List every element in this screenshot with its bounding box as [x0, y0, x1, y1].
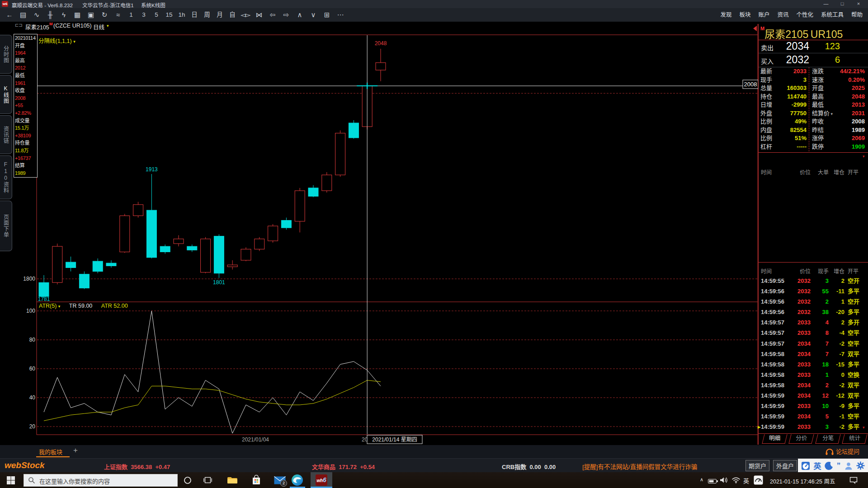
- toolbar-icon-refresh[interactable]: ↻: [98, 8, 111, 22]
- symbol-name[interactable]: 尿素2105: [25, 23, 49, 31]
- tick-row[interactable]: 14:59:56203221空开: [759, 296, 868, 307]
- toolbar-period-自[interactable]: 自: [226, 8, 239, 22]
- tick-row[interactable]: 14:59:57203342多开: [759, 317, 868, 328]
- toolbar-icon-report[interactable]: ▤: [16, 8, 30, 22]
- minimize-button[interactable]: —: [819, 0, 833, 8]
- chart-canvas[interactable]: 180010080604020178119131801204820082021/…: [0, 0, 868, 488]
- menu-item-系统工具[interactable]: 系统工具: [821, 8, 844, 22]
- battery-icon[interactable]: [708, 478, 718, 486]
- toolbar-period-月[interactable]: 月: [213, 8, 226, 22]
- toolbar-icon-compress[interactable]: ◅▻: [239, 8, 252, 22]
- toolbar-period-3[interactable]: 3: [137, 8, 150, 22]
- toolbar-icon-save[interactable]: ▣: [84, 8, 98, 22]
- tray-expand-chevron-icon[interactable]: ∧: [700, 477, 703, 483]
- toolbar-icon-indicator[interactable]: ≈: [111, 8, 125, 22]
- menu-item-帮助[interactable]: 帮助: [851, 8, 863, 22]
- wh6-tray-icon[interactable]: [754, 475, 763, 487]
- add-board-button[interactable]: +: [73, 446, 78, 455]
- maximize-button[interactable]: □: [835, 0, 849, 8]
- search-input[interactable]: 在这里输入你要搜索的内容: [24, 474, 178, 487]
- toolbar-period-1h[interactable]: 1h: [175, 8, 188, 22]
- toolbar-icon-order-board[interactable]: ▦: [71, 8, 84, 22]
- toolbar-icon-expand[interactable]: ⋈: [252, 8, 266, 22]
- file-explorer-icon[interactable]: [227, 476, 238, 486]
- indicator-label[interactable]: ATR(5) ▾ TR 59.00 ATR 52.00: [39, 303, 128, 309]
- toolbar-icon-scroll-down[interactable]: ∨: [307, 8, 320, 22]
- tick-row[interactable]: 14:59:55203232空开: [759, 276, 868, 286]
- speaker-icon[interactable]: [720, 477, 728, 485]
- ms-store-icon[interactable]: [252, 475, 261, 487]
- quickbar-lang-icon[interactable]: 英: [813, 460, 821, 471]
- toolbar-icon-candlestick[interactable]: ╫: [43, 8, 57, 22]
- toolbar-period-周[interactable]: 周: [201, 8, 213, 22]
- quickbar-moon-icon[interactable]: [825, 461, 834, 470]
- sidebar-tab-分时图[interactable]: 分时图: [0, 35, 12, 74]
- toolbar-icon-tick-line[interactable]: ∿: [30, 8, 43, 22]
- account-button-期货户[interactable]: 期货户: [745, 460, 769, 471]
- forum-ask-button[interactable]: 论坛提问: [825, 447, 859, 455]
- menu-item-个性化[interactable]: 个性化: [796, 8, 813, 22]
- toolbar-icon-back[interactable]: ←: [3, 8, 16, 22]
- toolbar-icon-page-left[interactable]: ⇦: [266, 8, 279, 22]
- notification-center-icon[interactable]: [849, 477, 858, 486]
- sidebar-tab-资讯链[interactable]: 资讯链: [0, 115, 12, 154]
- menu-item-发现[interactable]: 发现: [720, 8, 731, 22]
- start-button[interactable]: [6, 476, 15, 487]
- close-button[interactable]: ×: [852, 0, 865, 8]
- toolbar-period-15[interactable]: 15: [163, 8, 175, 22]
- tray-clock[interactable]: 2021-01-15 17:46:25 周五: [770, 477, 843, 485]
- quote-tab-分笔[interactable]: 分笔: [815, 434, 840, 444]
- quickbar-quote-icon[interactable]: ”: [837, 461, 841, 470]
- server-node[interactable]: 文华云节点-浙江电信1: [82, 1, 134, 9]
- quickbar-user-icon[interactable]: [844, 461, 853, 470]
- wh6-app-taskbar-button[interactable]: wh6: [311, 472, 332, 488]
- menu-item-资讯[interactable]: 资讯: [777, 8, 788, 22]
- input-language-indicator[interactable]: 英: [743, 476, 749, 485]
- toolbar-icon-scroll-up[interactable]: ∧: [293, 8, 307, 22]
- toolbar-period-5[interactable]: 5: [150, 8, 163, 22]
- tick-row[interactable]: 14:59:5820347-7双平: [759, 349, 868, 359]
- account-button-外盘户[interactable]: 外盘户: [773, 460, 797, 471]
- chevron-down-icon[interactable]: ▾: [107, 23, 109, 28]
- sidebar-tab-页面下单[interactable]: 页面下单: [0, 201, 12, 251]
- tick-row[interactable]: 14:59:58203318-15多平: [759, 359, 868, 370]
- menu-item-账户[interactable]: 账户: [758, 8, 769, 22]
- tick-row[interactable]: ▸14:59:5920333-2多平: [759, 422, 868, 432]
- sidebar-tab-F10资料[interactable]: F10资料: [0, 155, 12, 199]
- tick-row[interactable]: 14:59:5820342-2双平: [759, 380, 868, 390]
- tick-row[interactable]: 14:59:59203310-9多平: [759, 401, 868, 411]
- scroll-down-icon[interactable]: ▾: [863, 425, 865, 430]
- tick-row[interactable]: 14:59:5720347-2空平: [759, 338, 868, 349]
- period-selector[interactable]: 日线: [93, 23, 104, 31]
- ask-row[interactable]: 卖出 2034 123: [759, 40, 868, 53]
- bid-row[interactable]: 买入 2032 6: [759, 53, 868, 66]
- quote-tab-统计[interactable]: 统计: [842, 434, 867, 444]
- sidebar-tab-K线图[interactable]: K线图: [0, 75, 12, 114]
- wifi-icon[interactable]: [731, 477, 741, 485]
- tick-row[interactable]: 14:59:58203310空换: [759, 370, 868, 380]
- cortana-icon[interactable]: [184, 476, 192, 486]
- tick-row[interactable]: 14:59:56203255-11多平: [759, 286, 868, 296]
- mail-icon[interactable]: 2: [274, 476, 286, 486]
- scroll-down-icon[interactable]: ▾: [863, 154, 865, 159]
- tick-row[interactable]: 14:59:56203238-20多平: [759, 307, 868, 317]
- task-view-icon[interactable]: [203, 477, 212, 486]
- toolbar-icon-more[interactable]: ⋯: [334, 8, 347, 22]
- link-icon[interactable]: ⊏⊐: [15, 23, 23, 28]
- tick-row[interactable]: 14:59:5920345-1空平: [759, 411, 868, 422]
- toolbar-icon-lightning-order[interactable]: ϟ: [57, 8, 71, 22]
- edge-browser-icon[interactable]: [291, 474, 303, 488]
- toolbar-icon-page-right[interactable]: ⇨: [279, 8, 293, 22]
- board-tab-my[interactable]: 我的板块: [39, 447, 62, 456]
- tick-row[interactable]: 14:59:59203412-12双平: [759, 390, 868, 401]
- menu-item-板块[interactable]: 板块: [739, 8, 750, 22]
- toolbar-period-日[interactable]: 日: [188, 8, 201, 22]
- toolbar-icon-multi-grid[interactable]: ⊞: [320, 8, 334, 22]
- quickbar-gear-icon[interactable]: [856, 461, 865, 470]
- toolbar-period-1[interactable]: 1: [125, 8, 137, 22]
- chevron-down-icon[interactable]: ▾: [73, 39, 75, 44]
- overlay-indicator-label[interactable]: 分隔线(1,1,1) ▾: [38, 36, 75, 45]
- tick-row[interactable]: 14:59:5720338-4空平: [759, 328, 868, 338]
- quickbar-gauge-icon[interactable]: [801, 461, 810, 470]
- quote-tab-明细[interactable]: 明细: [762, 434, 787, 444]
